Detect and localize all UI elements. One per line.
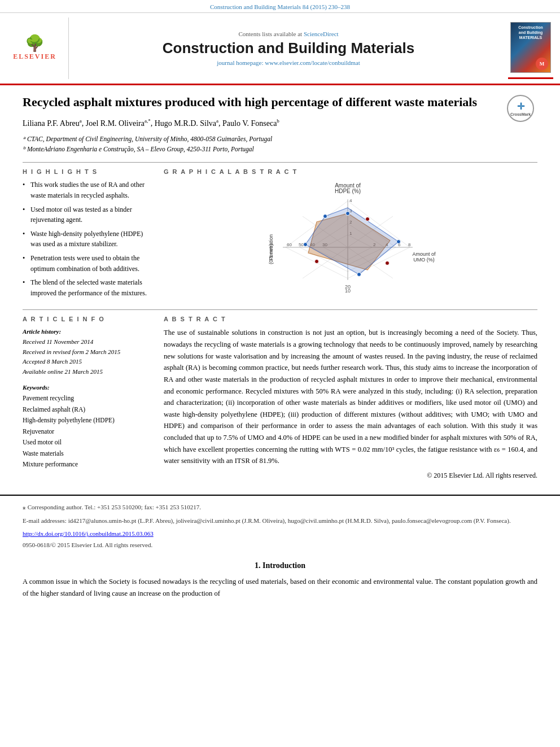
svg-text:UMO (%): UMO (%)	[413, 257, 435, 263]
email-list: id4217@alunos.umin-ho.pt (L.P.F. Abreu),…	[68, 517, 511, 524]
highlight-item-1: This work studies the use of RA and othe…	[23, 180, 152, 200]
crossmark-icon: ✛ CrossMark	[507, 95, 534, 122]
authors-line: Liliana P.F. Abreua, Joel R.M. Oliveiraa…	[23, 117, 537, 130]
abstract-text: The use of sustainable solutions in cons…	[164, 327, 537, 467]
keyword-2: Reclaimed asphalt (RA)	[23, 404, 152, 416]
issn-text: 0950-0618/© 2015 Elsevier Ltd. All right…	[23, 540, 537, 551]
elsevier-label: ELSEVIER	[13, 53, 56, 61]
keyword-3: High-density polyethylene (HDPE)	[23, 415, 152, 426]
svg-text:Amount of: Amount of	[412, 251, 436, 257]
article-history: Article history: Received 11 November 20…	[23, 327, 152, 377]
graphical-abstract-column: G R A P H I C A L A B S T R A C T Amount…	[164, 168, 537, 304]
svg-text:20: 20	[345, 284, 351, 290]
abstract-column: A B S T R A C T The use of sustainable s…	[164, 316, 537, 480]
intro-text: A common issue in which the Society is f…	[23, 576, 537, 599]
svg-point-39	[315, 260, 319, 264]
svg-point-36	[323, 215, 327, 219]
keyword-6: Waste materials	[23, 448, 152, 460]
journal-reference-text: Construction and Building Materials 84 (…	[210, 3, 350, 10]
highlights-graphical-section: H I G H L I G H T S This work studies th…	[23, 168, 537, 304]
keywords-section: Keywords: Pavement recycling Reclaimed a…	[23, 382, 152, 470]
highlights-column: H I G H L I G H T S This work studies th…	[23, 168, 152, 304]
keyword-4: Rejuvenator	[23, 426, 152, 438]
highlights-list: This work studies the use of RA and othe…	[23, 180, 152, 298]
radar-chart-svg: Amount of HDPE (%) Penetration (0.1 mm) …	[260, 180, 441, 304]
highlight-item-4: Penetration tests were used to obtain th…	[23, 253, 152, 274]
copyright-text: © 2015 Elsevier Ltd. All rights reserved…	[164, 471, 537, 480]
svg-point-33	[397, 240, 401, 244]
intro-title: 1. Introduction	[23, 561, 537, 570]
svg-point-38	[386, 261, 390, 265]
accepted-date: Accepted 8 March 2015	[23, 357, 152, 367]
svg-text:60: 60	[287, 242, 292, 247]
journal-cover: Constructionand BuildingMATERIALS M	[508, 18, 553, 79]
homepage-anchor[interactable]: journal homepage: www.elsevier.com/locat…	[217, 59, 360, 66]
sciencedirect-anchor[interactable]: ScienceDirect	[304, 30, 339, 37]
svg-text:8: 8	[408, 242, 411, 247]
svg-point-35	[304, 243, 308, 247]
highlight-item-3: Waste high-density polyethylene (HDPE) w…	[23, 229, 152, 250]
cover-title-text: Constructionand BuildingMATERIALS	[518, 25, 543, 40]
info-abstract-section: A R T I C L E I N F O Article history: R…	[23, 316, 537, 480]
svg-text:4: 4	[349, 198, 352, 203]
keyword-1: Pavement recycling	[23, 393, 152, 404]
journal-title: Construction and Building Materials	[163, 40, 414, 57]
received-date: Received 11 November 2014	[23, 337, 152, 347]
affiliations: ᵃ CTAC, Department of Civil Engineering,…	[23, 134, 537, 155]
journal-reference-bar: Construction and Building Materials 84 (…	[0, 0, 560, 13]
doi-link[interactable]: http://dx.doi.org/10.1016/j.conbuildmat.…	[23, 529, 537, 539]
email-addresses: E-mail addresses: id4217@alunos.umin-ho.…	[23, 516, 537, 526]
svg-point-37	[366, 217, 370, 221]
article-info-column: A R T I C L E I N F O Article history: R…	[23, 316, 152, 480]
svg-marker-31	[305, 208, 399, 274]
svg-point-34	[357, 273, 361, 277]
cover-logo-circle: M	[536, 58, 548, 70]
affiliation-b: ᵇ MonteAdriano Engenharia e Construção, …	[23, 144, 537, 154]
sciencedirect-link[interactable]: Contents lists available at ScienceDirec…	[238, 30, 338, 37]
main-content: Recycled asphalt mixtures produced with …	[0, 85, 560, 495]
keyword-5: Used motor oil	[23, 437, 152, 448]
journal-center-info: Contents lists available at ScienceDirec…	[75, 18, 502, 79]
journal-homepage-link[interactable]: journal homepage: www.elsevier.com/locat…	[217, 59, 360, 66]
abstract-heading: A B S T R A C T	[164, 316, 537, 322]
graphical-abstract-heading: G R A P H I C A L A B S T R A C T	[164, 168, 537, 175]
graphical-abstract-chart: Amount of HDPE (%) Penetration (0.1 mm) …	[164, 180, 537, 304]
cover-box: Constructionand BuildingMATERIALS M	[510, 22, 551, 73]
email-label: E-mail addresses:	[23, 517, 67, 524]
authors-text: Liliana P.F. Abreua, Joel R.M. Oliveiraa…	[23, 119, 279, 128]
doi-anchor[interactable]: http://dx.doi.org/10.1016/j.conbuildmat.…	[23, 530, 154, 537]
crossmark-badge[interactable]: ✛ CrossMark	[504, 94, 537, 123]
cover-logo-icon: M	[540, 61, 545, 67]
article-title: Recycled asphalt mixtures produced with …	[23, 94, 537, 111]
history-label: Article history:	[23, 327, 152, 337]
affiliation-a: ᵃ CTAC, Department of Civil Engineering,…	[23, 134, 537, 144]
elsevier-logo: 🌳 ELSEVIER	[7, 18, 69, 79]
keywords-label: Keywords:	[23, 382, 152, 393]
elsevier-tree-logo: 🌳 ELSEVIER	[10, 33, 60, 64]
highlight-item-2: Used motor oil was tested as a binder re…	[23, 204, 152, 225]
tree-icon: 🌳	[25, 36, 45, 51]
svg-text:HDPE (%): HDPE (%)	[335, 188, 361, 194]
introduction-section: 1. Introduction A common issue in which …	[0, 556, 560, 605]
svg-point-32	[346, 212, 350, 216]
highlight-item-5: The blend of the selected waste material…	[23, 277, 152, 298]
page-footer: ⁎ Corresponding author. Tel.: +351 253 5…	[0, 495, 560, 556]
journal-header: 🌳 ELSEVIER Contents lists available at S…	[0, 13, 560, 85]
divider-after-highlights	[23, 309, 537, 310]
divider-after-affiliations	[23, 162, 537, 163]
available-online-date: Available online 21 March 2015	[23, 367, 152, 377]
received-revised-date: Received in revised form 2 March 2015	[23, 347, 152, 357]
corresponding-author-note: ⁎ Corresponding author. Tel.: +351 253 5…	[23, 503, 537, 513]
contents-available-text: Contents lists available at	[238, 30, 302, 37]
article-info-heading: A R T I C L E I N F O	[23, 316, 152, 322]
svg-text:(0.1 mm): (0.1 mm)	[268, 244, 274, 264]
keyword-7: Mixture performance	[23, 459, 152, 470]
highlights-heading: H I G H L I G H T S	[23, 168, 152, 175]
